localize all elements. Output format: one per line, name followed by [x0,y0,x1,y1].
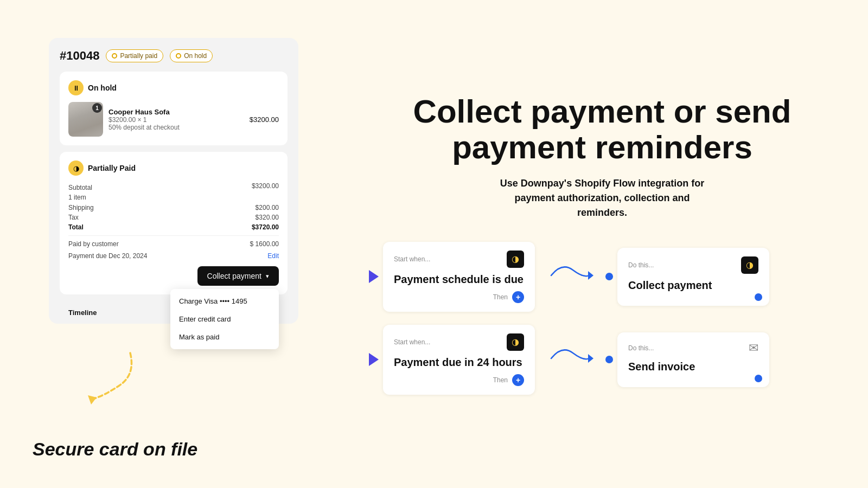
tax-value: $320.00 [256,214,279,221]
svg-marker-0 [88,395,97,404]
secure-card-label: Secure card on file [33,439,197,460]
flow-arrow-2 [546,342,595,377]
downpay-action-icon-1: ◑ [741,256,758,274]
subtotal-sub: 1 item [68,194,86,201]
partially-paid-badge: Partially paid [106,49,163,62]
downpay-icon-2: ◑ [507,333,524,351]
on-hold-title-row: ⏸ On hold [68,80,279,95]
right-panel: Collect payment or send payment reminder… [347,0,868,488]
start-card-2-container: Start when... ◑ Payment due in 24 hours … [369,325,535,395]
shipping-label: Shipping [68,204,94,211]
payment-due-text: Payment due Dec 20, 2024 [68,252,147,260]
left-panel: #10048 Partially paid On hold ⏸ On hold … [0,0,347,488]
product-price-detail: $3200.00 × 1 [108,116,244,124]
flow-action-card-1: Do this... ◑ Collect payment [617,248,769,306]
partially-paid-section: ◑ Partially Paid Subtotal 1 item $3200.0… [60,152,288,294]
on-hold-section: ⏸ On hold 1 Cooper Haus Sofa $3200.00 × … [60,72,288,145]
flow-card-bottom-2: Then + [394,374,524,386]
action-icon-symbol-1: ◑ [746,260,754,270]
flow-card-top-1: Start when... ◑ [394,251,524,268]
do-this-dot-2 [605,356,613,363]
downpay-icon-symbol-2: ◑ [512,337,519,347]
timeline-title: Timeline [68,309,97,317]
start-card-1-container: Start when... ◑ Payment schedule is due … [369,242,535,312]
chevron-down-icon: ▾ [266,273,269,280]
badge-dot-2 [176,53,181,59]
flow-start-card-1: Start when... ◑ Payment schedule is due … [383,242,535,312]
collect-payment-dropdown: Charge Visa •••• 1495 Enter credit card … [170,289,279,349]
curved-arrow-svg-1 [546,259,595,292]
subtotal-value: $3200.00 [252,182,279,190]
dashed-arrow-container [65,348,152,409]
flow-title-2: Payment due in 24 hours [394,356,524,369]
paid-row: Paid by customer $ 1600.00 [68,240,279,248]
divider [68,235,279,236]
order-header: #10048 Partially paid On hold [60,49,288,63]
play-icon-1 [369,270,379,283]
product-image: 1 [68,102,103,137]
flow-row-2: Start when... ◑ Payment due in 24 hours … [369,325,835,395]
downpay-icon-1: ◑ [507,251,524,268]
curved-arrow-svg-2 [546,342,595,375]
flow-card-top-2: Start when... ◑ [394,333,524,351]
blue-dot-2 [755,375,762,382]
subheadline: Use Downpay's Shopify Flow integration f… [369,176,835,220]
start-when-label-1: Start when... [394,255,430,263]
order-number: #10048 [60,49,99,63]
do-this-label-1: Do this... [628,261,654,269]
flow-start-card-2: Start when... ◑ Payment due in 24 hours … [383,325,535,395]
secure-card-text: Secure card on file [33,439,197,459]
total-value: $3720.00 [252,223,279,231]
downpay-icon-symbol-1: ◑ [512,254,519,264]
paid-value: $ 1600.00 [250,240,279,248]
start-when-label-2: Start when... [394,338,430,346]
flow-card-bottom-1: Then + [394,291,524,303]
tax-label: Tax [68,214,79,221]
play-icon-2 [369,353,379,366]
total-row: Total $3720.00 [68,223,279,231]
product-price: $3200.00 [250,115,279,124]
partially-paid-icon: ◑ [68,160,84,176]
charge-visa-option[interactable]: Charge Visa •••• 1495 [170,292,279,310]
then-label-1: Then [493,293,508,301]
blue-dot-1 [755,293,762,301]
badge-dot [112,53,117,59]
edit-link[interactable]: Edit [267,252,279,260]
paid-label: Paid by customer [68,240,119,248]
mark-as-paid-option[interactable]: Mark as paid [170,328,279,346]
tax-row: Tax $320.00 [68,214,279,221]
product-row: 1 Cooper Haus Sofa $3200.00 × 1 50% depo… [68,102,279,137]
on-hold-icon: ⏸ [68,80,84,95]
flow-action-top-2: Do this... ✉ [628,341,758,355]
main-headline: Collect payment or send payment reminder… [369,94,835,165]
shipping-row: Shipping $200.00 [68,204,279,211]
collect-btn-row: Collect payment ▾ Charge Visa •••• 1495 … [68,266,279,286]
on-hold-title: On hold [88,84,117,92]
flow-action-top-1: Do this... ◑ [628,256,758,274]
subtotal-row: Subtotal 1 item $3200.00 [68,182,279,202]
partially-paid-badge-label: Partially paid [120,52,157,60]
collect-payment-button[interactable]: Collect payment ▾ [197,266,279,286]
product-qty-badge: 1 [92,103,102,113]
payment-due-row: Payment due Dec 20, 2024 Edit [68,252,279,260]
flow-title-1: Payment schedule is due [394,273,524,286]
product-name: Cooper Haus Sofa [108,108,244,116]
order-card: #10048 Partially paid On hold ⏸ On hold … [49,38,298,324]
partially-paid-title-row: ◑ Partially Paid [68,160,279,176]
flow-action-title-2: Send invoice [628,361,758,373]
product-info: Cooper Haus Sofa $3200.00 × 1 50% deposi… [108,108,244,131]
plus-circle-2[interactable]: + [512,374,524,386]
plus-circle-1[interactable]: + [512,291,524,303]
do-this-label-2: Do this... [628,344,654,352]
headline-line2: payment reminders [452,129,752,165]
action-card-1-container: Do this... ◑ Collect payment [605,248,769,306]
on-hold-badge-label: On hold [184,52,207,60]
total-label: Total [68,223,84,231]
enter-credit-card-option[interactable]: Enter credit card [170,310,279,328]
svg-marker-1 [588,271,593,280]
product-deposit: 50% deposit at checkout [108,124,244,131]
email-icon: ✉ [749,341,758,355]
headline-line1: Collect payment or send [413,93,792,130]
subtotal-label: Subtotal [68,184,92,191]
do-this-dot-1 [605,273,613,280]
